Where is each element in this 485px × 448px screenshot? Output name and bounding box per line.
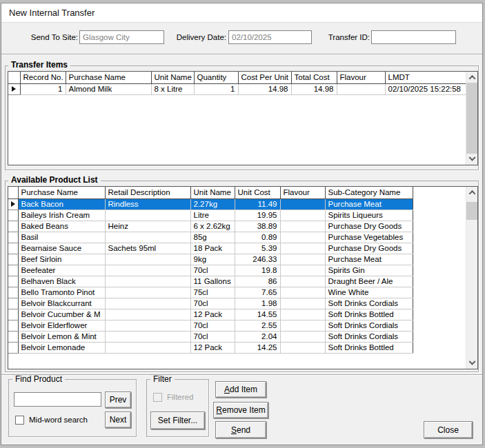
close-button[interactable]: Close — [424, 421, 473, 438]
scrollbar-thumb[interactable] — [466, 202, 477, 220]
remove-item-button[interactable]: Remove Item — [213, 402, 268, 418]
row-beef-sirloin[interactable]: Beef Sirloin9kg246.33Purchase Meat — [8, 254, 413, 265]
cell — [280, 298, 325, 309]
transfer-items-vertical-scrollbar[interactable] — [466, 72, 477, 165]
cell — [280, 198, 325, 210]
row-selector — [8, 320, 18, 331]
column-header-unit-name[interactable]: Unit Name — [190, 187, 235, 198]
column-header-unit-name[interactable]: Unit Name — [151, 72, 194, 83]
row-1[interactable]: 1Almond Milk8 x Litre114.9814.9802/10/20… — [8, 83, 466, 94]
cell: Almond Milk — [66, 83, 151, 94]
row-selector-header — [8, 187, 18, 198]
row-belvoir-blackcurrant[interactable]: Belvoir Blackcurrant70cl1.98Soft Drinks … — [8, 298, 413, 309]
mid-word-search-checkbox[interactable] — [15, 416, 24, 425]
row-selector — [8, 210, 18, 221]
column-header-unit-cost[interactable]: Unit Cost — [235, 187, 280, 198]
send-to-site-label: Send To Site: — [15, 30, 78, 44]
product-list-vertical-scrollbar[interactable] — [466, 187, 477, 369]
row-belvoir-lemonade[interactable]: Belvoir Lemonade12 Pack14.25Soft Drinks … — [8, 342, 413, 353]
row-baileys-irish-cream[interactable]: Baileys Irish CreamLitre19.95Spirits Liq… — [8, 210, 413, 221]
row-belvoir-lemon-mint[interactable]: Belvoir Lemon & Mint70cl2.04Soft Drinks … — [8, 331, 413, 342]
cell: Belvoir Lemon & Mint — [18, 331, 105, 342]
cell — [280, 276, 325, 287]
set-filter-button[interactable]: Set Filter... — [150, 411, 205, 429]
cell — [105, 276, 190, 287]
send-button[interactable]: Send — [215, 421, 266, 438]
column-header-lmdt[interactable]: LMDT — [385, 72, 466, 83]
scroll-down-button[interactable] — [466, 358, 477, 369]
scroll-up-button[interactable] — [466, 72, 477, 83]
cell — [105, 210, 190, 221]
available-product-list-group-label: Available Product List — [8, 176, 101, 185]
cell: 02/10/2025 15:22:58 — [385, 83, 466, 94]
header-divider — [1, 54, 482, 55]
send-to-site-field[interactable] — [79, 30, 164, 44]
title-bar[interactable]: New Internal Transfer — [1, 3, 482, 23]
cell: 19.8 — [235, 265, 280, 276]
filter-group-label: Filter — [150, 375, 175, 384]
cell — [280, 243, 325, 254]
cell: 14.98 — [238, 83, 291, 94]
row-belvoir-elderflower[interactable]: Belvoir Elderflower70cl2.55Soft Drinks C… — [8, 320, 413, 331]
add-item-button[interactable]: Add Item — [215, 381, 266, 398]
row-selector — [8, 342, 18, 353]
row-bearnaise-sauce[interactable]: Bearnaise SauceSachets 95ml18 Pack5.39Pu… — [8, 243, 413, 254]
cell: 6 x 2.62kg — [190, 221, 235, 232]
cell: 0.89 — [235, 232, 280, 243]
mid-word-search-label: Mid-word search — [29, 416, 88, 425]
column-header-retail-description[interactable]: Retail Description — [105, 187, 190, 198]
cell: 1.98 — [235, 298, 280, 309]
row-belhaven-black[interactable]: Belhaven Black11 Gallons86Draught Beer /… — [8, 276, 413, 287]
cell: Baked Beans — [18, 221, 105, 232]
column-header-cost-per-unit[interactable]: Cost Per Unit — [238, 72, 291, 83]
find-product-group-label: Find Product — [12, 375, 65, 384]
cell: Litre — [190, 210, 235, 221]
row-beefeater[interactable]: Beefeater70cl19.8Spirits Gin — [8, 265, 413, 276]
row-belvoir-cucumber-m[interactable]: Belvoir Cucumber & M12 Pack14.55Soft Dri… — [8, 309, 413, 320]
current-row-marker-icon — [11, 201, 15, 207]
cell: Soft Drinks Cordials — [325, 298, 413, 309]
column-header-record-no[interactable]: Record No. — [20, 72, 66, 83]
cell — [280, 342, 325, 353]
scroll-down-button[interactable] — [466, 154, 477, 165]
cell: 1 — [20, 83, 66, 94]
next-button[interactable]: Next — [105, 411, 131, 428]
row-selector — [8, 276, 18, 287]
row-selector — [8, 83, 20, 94]
row-baked-beans[interactable]: Baked BeansHeinz6 x 2.62kg38.89Purchase … — [8, 221, 413, 232]
cell: 18 Pack — [190, 243, 235, 254]
filtered-label: Filtered — [167, 393, 193, 402]
cell: Belvoir Lemonade — [18, 342, 105, 353]
row-selector — [8, 243, 18, 254]
column-header-purchase-name[interactable]: Purchase Name — [18, 187, 105, 198]
row-bello-tramonto-pinot[interactable]: Bello Tramonto Pinot75cl7.65Wine White — [8, 287, 413, 298]
prev-button[interactable]: Prev — [105, 391, 131, 408]
cell — [280, 287, 325, 298]
cell: 2.04 — [235, 331, 280, 342]
find-product-input[interactable] — [14, 392, 101, 407]
column-header-quantity[interactable]: Quantity — [194, 72, 238, 83]
column-header-sub-category-name[interactable]: Sub-Category Name — [325, 187, 413, 198]
row-basil[interactable]: Basil85g0.89Purchase Vegetables — [8, 232, 413, 243]
scroll-up-button[interactable] — [466, 187, 477, 198]
cell: Basil — [18, 232, 105, 243]
cell — [280, 232, 325, 243]
cell — [105, 287, 190, 298]
column-header-flavour[interactable]: Flavour — [337, 72, 385, 83]
row-back-bacon[interactable]: Back BaconRindless2.27kg11.49Purchase Me… — [8, 198, 413, 210]
column-header-total-cost[interactable]: Total Cost — [291, 72, 337, 83]
cell: Belhaven Black — [18, 276, 105, 287]
cell: Back Bacon — [18, 198, 105, 210]
column-header-flavour[interactable]: Flavour — [280, 187, 325, 198]
cell: Purchase Dry Goods — [325, 221, 413, 232]
cell: Purchase Meat — [325, 254, 413, 265]
delivery-date-field[interactable] — [228, 30, 312, 44]
cell: Wine White — [325, 287, 413, 298]
transfer-id-field[interactable] — [371, 30, 456, 44]
column-header-purchase-name[interactable]: Purchase Name — [66, 72, 151, 83]
scrollbar-thumb[interactable] — [466, 83, 477, 154]
cell: Heinz — [105, 221, 190, 232]
cell: Soft Drinks Bottled — [325, 342, 413, 353]
cell: Belvoir Blackcurrant — [18, 298, 105, 309]
cell: 75cl — [190, 287, 235, 298]
